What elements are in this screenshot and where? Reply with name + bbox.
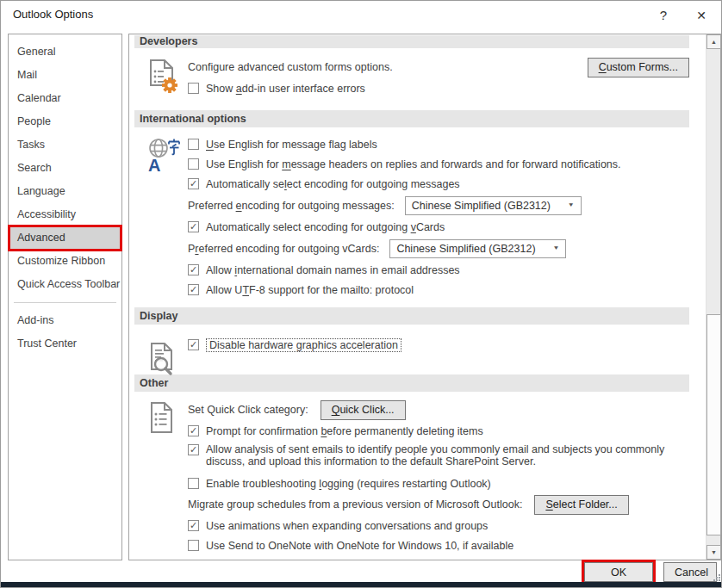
dialog-title: Outlook Options: [13, 8, 93, 21]
checkbox-label: Use Send to OneNote with OneNote for Win…: [206, 540, 513, 552]
checkbox[interactable]: ✓: [188, 339, 199, 350]
preferred-encoding-vcards-dropdown[interactable]: Chinese Simplified (GB2312) ▼: [389, 239, 566, 258]
help-icon[interactable]: ?: [652, 5, 675, 26]
checkbox-label: Use English for message headers on repli…: [206, 158, 621, 170]
svg-text:A: A: [148, 156, 160, 174]
language-globe-icon: A: [147, 137, 183, 177]
sidebar: General Mail Calendar People Tasks Searc…: [8, 34, 122, 560]
sidebar-item-label: Advanced: [17, 232, 65, 244]
preferred-encoding-messages-label: Preferred encoding for outgoing messages…: [188, 200, 395, 212]
checkbox-row-show-addin-errors[interactable]: Show add-in user interface errors: [188, 78, 689, 98]
sidebar-item-people[interactable]: People: [9, 110, 121, 133]
sidebar-item-calendar[interactable]: Calendar: [9, 87, 121, 110]
checkbox-label: Enable troubleshooting logging (requires…: [206, 478, 491, 490]
select-folder-button[interactable]: Select Folder...: [534, 495, 628, 515]
section-header-other: Other: [134, 374, 689, 392]
checkbox-row-auto-encoding-messages[interactable]: ✓ Automatically select encoding for outg…: [188, 174, 689, 194]
section-header-developers: Developers: [134, 35, 689, 48]
quick-click-label: Set Quick Click category:: [188, 404, 308, 416]
configure-custom-forms-text: Configure advanced custom forms options.: [188, 61, 393, 73]
quick-click-button[interactable]: Quick Click...: [321, 400, 406, 420]
custom-forms-gear-icon: [147, 59, 179, 97]
checkbox[interactable]: [188, 540, 199, 551]
checkbox-label: Allow international domain names in emai…: [206, 264, 460, 276]
migrate-group-schedules-label: Migrate group schedules from a previous …: [188, 498, 522, 511]
close-icon[interactable]: ✕: [690, 5, 713, 26]
sidebar-item-trust-center[interactable]: Trust Center: [9, 332, 121, 356]
checkbox[interactable]: ✓: [188, 520, 199, 531]
checkbox-label: Use English for message flag labels: [206, 139, 377, 151]
checkbox-label: Automatically select encoding for outgoi…: [206, 221, 445, 233]
custom-forms-button[interactable]: Custom Forms...: [588, 58, 689, 77]
checkbox[interactable]: ✓: [188, 264, 199, 275]
checkbox-label: Disable hardware graphics acceleration: [206, 338, 401, 352]
sidebar-item-accessibility[interactable]: Accessibility: [9, 203, 121, 226]
sidebar-item-add-ins[interactable]: Add-ins: [9, 309, 121, 332]
sidebar-item-general[interactable]: General: [9, 40, 121, 64]
sidebar-item-customize-ribbon[interactable]: Customize Ribbon: [9, 250, 121, 273]
sidebar-item-search[interactable]: Search: [9, 157, 121, 180]
checkbox[interactable]: ✓: [188, 444, 199, 455]
checkbox-row-utf8-mailto[interactable]: ✓ Allow UTF-8 support for the mailto: pr…: [188, 280, 689, 300]
chevron-down-icon: ▼: [552, 245, 559, 251]
chevron-down-icon: ▼: [568, 202, 575, 208]
sidebar-divider: [14, 302, 116, 303]
ok-button[interactable]: OK: [584, 562, 653, 582]
checkbox-label: Allow UTF-8 support for the mailto: prot…: [206, 284, 414, 296]
annotation-highlight-ok: OK: [582, 560, 656, 585]
checkbox-row-intl-domain-names[interactable]: ✓ Allow international domain names in em…: [188, 260, 689, 280]
section-header-international-options: International options: [134, 110, 689, 127]
sidebar-item-quick-access-toolbar[interactable]: Quick Access Toolbar: [9, 273, 121, 296]
checkbox[interactable]: ✓: [188, 221, 199, 232]
checkbox-row-disable-hw-acceleration[interactable]: ✓ Disable hardware graphics acceleration: [188, 335, 689, 355]
checkbox-label: Allow analysis of sent emails to identif…: [206, 443, 689, 467]
checkbox[interactable]: [188, 139, 199, 150]
scrollbar[interactable]: ▲ ▼: [706, 34, 720, 560]
titlebar: Outlook Options ? ✕: [1, 1, 721, 28]
checkbox-label: Automatically select encoding for outgoi…: [206, 178, 460, 190]
preferred-encoding-messages-dropdown[interactable]: Chinese Simplified (GB2312) ▼: [405, 196, 582, 215]
preferred-encoding-vcards-label: Preferred encoding for outgoing vCards:: [188, 243, 379, 255]
resize-grip[interactable]: [713, 574, 720, 581]
sidebar-item-mail[interactable]: Mail: [9, 64, 121, 87]
dropdown-value: Chinese Simplified (GB2312): [396, 243, 535, 255]
checkbox[interactable]: ✓: [188, 284, 199, 295]
checkbox-row-prompt-confirmation[interactable]: ✓ Prompt for confirmation before permane…: [188, 421, 689, 441]
scroll-up-icon[interactable]: ▲: [706, 34, 721, 49]
checkbox[interactable]: [188, 158, 199, 170]
checkbox-label: Show add-in user interface errors: [206, 83, 365, 95]
sidebar-item-tasks[interactable]: Tasks: [9, 133, 121, 157]
cancel-button[interactable]: Cancel: [663, 562, 717, 582]
outlook-options-dialog: Outlook Options ? ✕ General Mail Calenda…: [0, 0, 722, 588]
checkbox[interactable]: ✓: [188, 425, 199, 436]
list-document-icon: [147, 401, 177, 439]
sidebar-item-language[interactable]: Language: [9, 180, 121, 203]
checkbox-label: Use animations when expanding conversati…: [206, 520, 488, 532]
checkbox-row-auto-encoding-vcards[interactable]: ✓ Automatically select encoding for outg…: [188, 217, 689, 237]
scroll-down-icon[interactable]: ▼: [706, 545, 721, 560]
settings-panel: Developers: [128, 34, 721, 560]
dialog-footer: OK Cancel: [1, 560, 721, 584]
checkbox-label: Prompt for confirmation before permanent…: [206, 425, 483, 437]
checkbox-row-allow-analysis[interactable]: ✓ Allow analysis of sent emails to ident…: [188, 441, 689, 473]
checkbox-row-english-headers[interactable]: Use English for message headers on repli…: [188, 154, 689, 174]
display-magnifier-icon: [147, 342, 179, 380]
checkbox-row-english-flag-labels[interactable]: Use English for message flag labels: [188, 134, 689, 154]
checkbox[interactable]: ✓: [188, 178, 199, 189]
checkbox-row-send-to-onenote[interactable]: Use Send to OneNote with OneNote for Win…: [188, 535, 689, 555]
checkbox[interactable]: [188, 478, 199, 489]
checkbox-row-troubleshooting-logging[interactable]: Enable troubleshooting logging (requires…: [188, 473, 689, 493]
checkbox-row-use-animations[interactable]: ✓ Use animations when expanding conversa…: [188, 516, 689, 535]
dropdown-value: Chinese Simplified (GB2312): [412, 200, 551, 212]
section-header-display: Display: [134, 307, 689, 325]
bottom-edge-strip: [1, 582, 721, 587]
sidebar-item-advanced[interactable]: Advanced: [9, 226, 121, 250]
scrollbar-thumb[interactable]: [706, 314, 721, 535]
checkbox[interactable]: [188, 83, 199, 94]
